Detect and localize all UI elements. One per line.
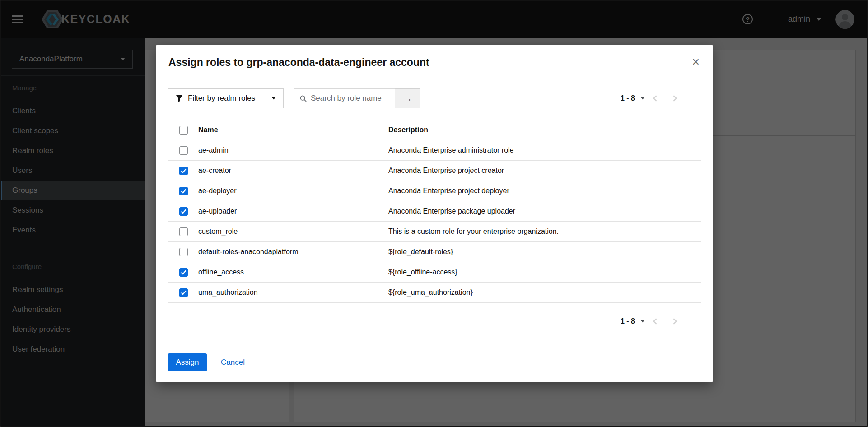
chevron-down-icon (272, 97, 276, 99)
roles-toolbar: Filter by realm roles → 1 - 8 (168, 88, 685, 108)
roles-table-body: ae-admin Anaconda Enterprise administrat… (168, 140, 701, 303)
pagination-range-dropdown[interactable]: 1 - 8 (621, 317, 645, 325)
row-checkbox[interactable] (179, 146, 188, 155)
role-name: uma_authorization (198, 288, 388, 297)
filter-funnel-icon (176, 95, 183, 102)
row-checkbox[interactable] (179, 207, 188, 216)
arrow-right-icon: → (403, 93, 412, 104)
table-row: offline_access ${role_offline-access} (168, 262, 701, 283)
table-row: uma_authorization ${role_uma_authorizati… (168, 283, 701, 303)
filter-label: Filter by realm roles (188, 94, 255, 103)
chevron-right-icon (672, 95, 678, 102)
pagination-range-dropdown[interactable]: 1 - 8 (621, 94, 645, 102)
check-icon (181, 168, 187, 173)
row-checkbox[interactable] (179, 288, 188, 297)
chevron-down-icon (641, 97, 644, 100)
row-checkbox[interactable] (179, 268, 188, 277)
table-row: custom_role This is a custom role for yo… (168, 222, 701, 242)
search-submit-button[interactable]: → (395, 88, 420, 108)
cancel-button[interactable]: Cancel (221, 358, 245, 367)
chevron-down-icon (641, 320, 644, 323)
column-header-name: Name (198, 126, 388, 134)
search-input[interactable] (311, 94, 390, 103)
row-checkbox[interactable] (179, 187, 188, 195)
close-icon[interactable]: ✕ (692, 57, 700, 67)
check-icon (181, 290, 187, 295)
pagination-next-button[interactable] (665, 90, 685, 107)
check-icon (181, 209, 187, 214)
role-description: ${role_offline-access} (388, 268, 701, 276)
table-row: ae-creator Anaconda Enterprise project c… (168, 161, 701, 181)
role-description: ${role_uma_authorization} (388, 288, 701, 297)
roles-table: Name Description ae-admin Anaconda Enter… (168, 120, 701, 303)
modal-footer: Assign Cancel (168, 353, 245, 371)
table-row: ae-uploader Anaconda Enterprise package … (168, 201, 701, 222)
select-all-checkbox[interactable] (179, 126, 188, 135)
modal-title: Assign roles to grp-anaconda-data-engine… (168, 56, 429, 69)
pagination-prev-button[interactable] (645, 90, 665, 107)
role-name: ae-creator (198, 167, 388, 175)
pagination-bottom: 1 - 8 (621, 311, 685, 331)
role-search: → (294, 88, 420, 108)
role-name: ae-deployer (198, 187, 388, 195)
search-icon (300, 95, 307, 102)
table-row: default-roles-anacondaplatform ${role_de… (168, 242, 701, 262)
role-name: ae-admin (198, 146, 388, 154)
role-name: ae-uploader (198, 207, 388, 215)
role-name: custom_role (198, 227, 388, 236)
row-checkbox[interactable] (179, 167, 188, 175)
table-row: ae-deployer Anaconda Enterprise project … (168, 181, 701, 201)
role-name: offline_access (198, 268, 388, 276)
roles-table-header: Name Description (168, 120, 701, 140)
chevron-left-icon (652, 95, 658, 102)
role-name: default-roles-anacondaplatform (198, 248, 388, 256)
keycloak-admin-console: KEYCLOAK ? admin AnacondaPlatform (0, 0, 868, 427)
row-checkbox[interactable] (179, 248, 188, 256)
assign-button[interactable]: Assign (168, 353, 207, 371)
pagination-prev-button[interactable] (645, 313, 665, 330)
chevron-left-icon (652, 318, 658, 325)
role-description: Anaconda Enterprise project creator (388, 167, 701, 175)
chevron-right-icon (672, 318, 678, 325)
role-description: Anaconda Enterprise administrator role (388, 146, 701, 154)
table-row: ae-admin Anaconda Enterprise administrat… (168, 140, 701, 161)
assign-roles-modal: Assign roles to grp-anaconda-data-engine… (156, 45, 713, 382)
pagination-top: 1 - 8 (621, 90, 685, 107)
row-checkbox[interactable] (179, 227, 188, 236)
column-header-description: Description (388, 126, 701, 134)
role-description: ${role_default-roles} (388, 248, 701, 256)
role-description: Anaconda Enterprise project deployer (388, 187, 701, 195)
pagination-next-button[interactable] (665, 313, 685, 330)
role-description: Anaconda Enterprise package uploader (388, 207, 701, 215)
check-icon (181, 189, 187, 194)
check-icon (181, 270, 187, 275)
role-description: This is a custom role for your enterpris… (388, 227, 701, 236)
filter-realm-roles-dropdown[interactable]: Filter by realm roles (168, 88, 284, 108)
